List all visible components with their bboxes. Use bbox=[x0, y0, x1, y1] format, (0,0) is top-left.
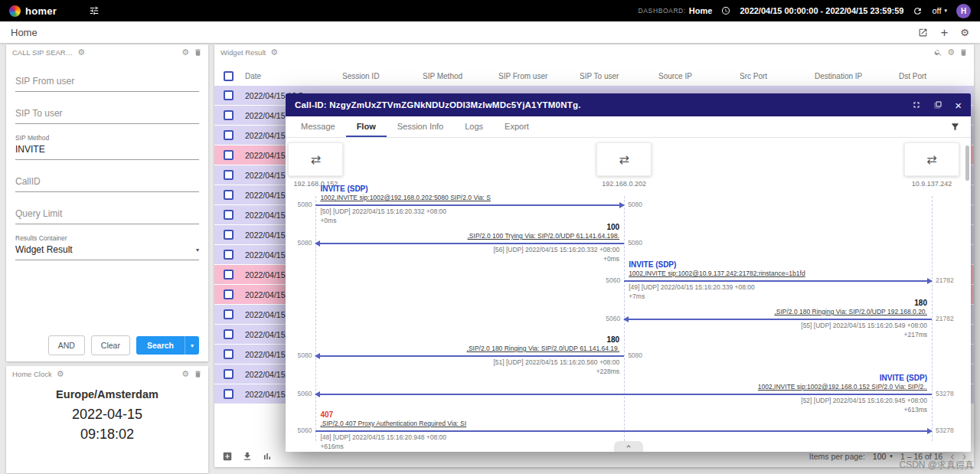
gear-icon[interactable]: ⚙ bbox=[77, 48, 85, 57]
flow-message: INVITE (SDP)1002,INVITE sip:1002@10.9.13… bbox=[624, 260, 932, 301]
row-checkbox[interactable] bbox=[224, 130, 234, 140]
time-range-picker[interactable]: 2022/04/15 00:00:00 - 2022/04/15 23:59:5… bbox=[740, 6, 903, 15]
sip-method-input[interactable] bbox=[15, 142, 199, 160]
port-label-left: 5060 bbox=[297, 390, 312, 397]
column-header[interactable]: Session ID bbox=[339, 72, 420, 80]
row-checkbox[interactable] bbox=[224, 369, 234, 379]
message-arrow bbox=[624, 319, 932, 320]
filter-icon[interactable] bbox=[950, 122, 960, 132]
and-button[interactable]: AND bbox=[48, 335, 85, 355]
port-label-right: 5080 bbox=[628, 201, 642, 208]
scrollbar-thumb[interactable] bbox=[965, 145, 969, 181]
message-summary-link[interactable]: ,SIP/2.0 180 Ringing Via: SIP/2.0/UDP 61… bbox=[315, 345, 624, 353]
row-checkbox[interactable] bbox=[224, 170, 234, 180]
clear-button[interactable]: Clear bbox=[91, 335, 130, 355]
message-arrow bbox=[624, 280, 932, 282]
column-header[interactable]: SIP From user bbox=[495, 72, 577, 80]
flow-message: 100,SIP/2.0 100 Trying Via: SIP/2.0/UDP … bbox=[315, 222, 624, 263]
callid-input[interactable] bbox=[15, 172, 199, 192]
column-header[interactable]: Date bbox=[242, 72, 339, 80]
widget-settings-icon[interactable]: ⚙ bbox=[947, 48, 955, 57]
widget-settings-icon[interactable]: ⚙ bbox=[181, 370, 189, 378]
tab-message[interactable]: Message bbox=[290, 116, 346, 137]
tab-logs[interactable]: Logs bbox=[454, 116, 494, 137]
fullscreen-icon[interactable] bbox=[912, 100, 921, 110]
modal-header: Call-ID: NzgyZmUxZTVmZGNkNDUzODI3MzIwMDc… bbox=[286, 93, 971, 116]
gear-icon[interactable]: ⚙ bbox=[270, 48, 278, 57]
column-header[interactable]: SIP To user bbox=[577, 72, 655, 80]
chevron-down-icon: ▾ bbox=[196, 247, 199, 253]
select-all-checkbox[interactable] bbox=[224, 71, 234, 81]
row-checkbox[interactable] bbox=[224, 309, 234, 319]
collapse-button[interactable] bbox=[614, 441, 643, 452]
flow-message: 180,SIP/2.0 180 Ringing Via: SIP/2.0/UDP… bbox=[315, 335, 624, 376]
download-icon[interactable] bbox=[242, 451, 253, 462]
message-summary-link[interactable]: 1002,INVITE sip:1002@192.168.0.152 SIP/2… bbox=[315, 383, 932, 391]
actor-card[interactable]: ⇄ bbox=[596, 142, 652, 176]
row-checkbox[interactable] bbox=[224, 210, 234, 220]
message-summary-link[interactable]: ,SIP/2.0 100 Trying Via: SIP/2.0/UDP 61.… bbox=[315, 232, 624, 240]
message-summary-link[interactable]: 1002,INVITE sip:1002@10.9.137.242:21782;… bbox=[624, 270, 932, 278]
message-summary-link[interactable]: ,SIP/2.0 180 Ringing Via: SIP/2.0/UDP 19… bbox=[624, 308, 932, 316]
column-header[interactable]: Destination IP bbox=[812, 72, 896, 80]
user-avatar[interactable]: H bbox=[956, 4, 971, 18]
trash-icon[interactable] bbox=[194, 370, 202, 378]
dashboard-settings-icon[interactable]: ⚙ bbox=[960, 28, 969, 38]
row-checkbox[interactable] bbox=[224, 90, 234, 100]
tune-icon[interactable] bbox=[89, 5, 100, 16]
gear-icon[interactable]: ⚙ bbox=[57, 370, 64, 378]
items-per-page-select[interactable]: 100▾ bbox=[873, 452, 893, 461]
message-summary-link[interactable]: 1002,INVITE sip:1002@192.168.0.202:5080 … bbox=[315, 194, 624, 202]
homer-app: homer DASHBOARD: Home 2022/04/15 00:00:0… bbox=[0, 0, 980, 474]
open-in-window-icon[interactable] bbox=[933, 100, 942, 110]
row-checkbox[interactable] bbox=[224, 329, 234, 339]
message-summary-link[interactable]: ,SIP/2.0 407 Proxy Authentication Requir… bbox=[315, 420, 932, 428]
row-checkbox[interactable] bbox=[224, 389, 234, 399]
actor-card[interactable]: ⇄ bbox=[288, 142, 343, 176]
port-label-right: 5080 bbox=[628, 239, 642, 247]
search-icon[interactable] bbox=[934, 48, 942, 57]
close-icon[interactable]: × bbox=[955, 100, 962, 111]
search-options-caret[interactable]: ▾ bbox=[185, 336, 199, 355]
refresh-icon[interactable] bbox=[913, 6, 923, 16]
row-checkbox[interactable] bbox=[224, 150, 234, 160]
message-meta: [50] [UDP] 2022/04/15 15:16:20.332 +08:0… bbox=[315, 208, 624, 216]
row-checkbox[interactable] bbox=[224, 289, 234, 299]
refresh-interval-select[interactable]: off▾ bbox=[932, 6, 947, 15]
message-arrow bbox=[315, 355, 624, 357]
tab-session-info[interactable]: Session Info bbox=[387, 116, 455, 137]
tab-export[interactable]: Export bbox=[494, 116, 540, 137]
column-header[interactable]: SIP Method bbox=[420, 72, 495, 80]
results-container-select[interactable]: Widget Result ▾ bbox=[15, 242, 199, 260]
dashboard-name[interactable]: Home bbox=[689, 6, 713, 15]
search-button[interactable]: Search bbox=[136, 336, 185, 355]
row-checkbox[interactable] bbox=[224, 110, 234, 120]
row-checkbox[interactable] bbox=[224, 270, 234, 279]
message-meta: [52] [UDP] 2022/04/15 15:16:20.945 +08:0… bbox=[315, 397, 932, 405]
row-checkbox[interactable] bbox=[224, 190, 234, 200]
column-header[interactable]: Source IP bbox=[655, 72, 737, 80]
message-method: 180 bbox=[624, 298, 932, 308]
row-checkbox[interactable] bbox=[224, 230, 234, 240]
query-limit-input[interactable] bbox=[15, 204, 199, 224]
chart-icon[interactable] bbox=[262, 451, 273, 462]
row-checkbox[interactable] bbox=[224, 349, 234, 359]
brand-name[interactable]: homer bbox=[25, 5, 57, 17]
trash-icon[interactable] bbox=[194, 48, 202, 57]
column-header[interactable]: Src Port bbox=[737, 72, 812, 80]
flow-message: INVITE (SDP)1002,INVITE sip:1002@192.168… bbox=[315, 373, 932, 414]
port-label-right: 21782 bbox=[936, 315, 954, 322]
add-widget-button[interactable]: + bbox=[940, 26, 948, 39]
widget-settings-icon[interactable]: ⚙ bbox=[181, 48, 189, 57]
refresh-interval-value: off bbox=[932, 6, 941, 15]
sip-from-user-input[interactable] bbox=[15, 71, 199, 92]
sip-to-user-input[interactable] bbox=[15, 103, 199, 124]
export-dashboard-icon[interactable] bbox=[918, 28, 928, 38]
tab-flow[interactable]: Flow bbox=[346, 116, 387, 137]
trash-icon[interactable] bbox=[959, 48, 968, 57]
column-header[interactable]: Dst Port bbox=[896, 72, 974, 80]
add-box-icon[interactable] bbox=[222, 451, 233, 462]
homer-logo-icon[interactable] bbox=[9, 5, 21, 17]
row-checkbox[interactable] bbox=[224, 250, 234, 260]
actor-card[interactable]: ⇄ bbox=[904, 142, 959, 176]
